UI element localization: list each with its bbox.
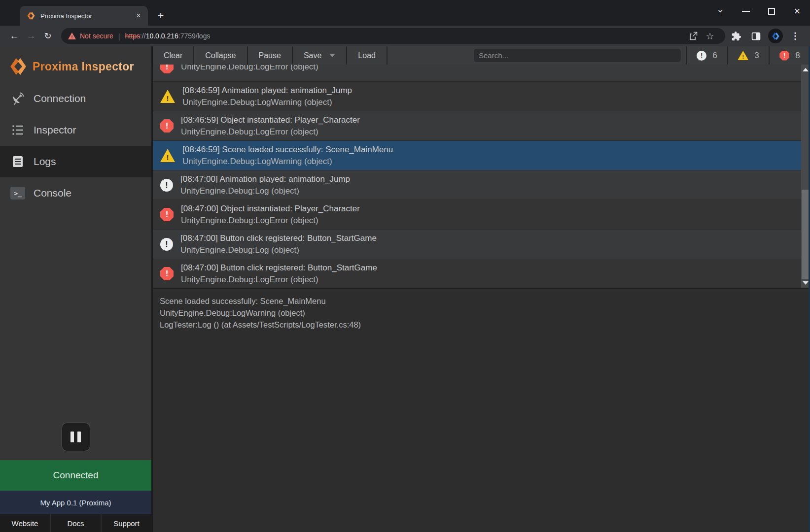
sidebar-label-connection: Connection — [34, 93, 86, 104]
url-host: 10.0.0.216 — [146, 32, 178, 40]
log-row[interactable]: [08:46:59] Animation played: animation_J… — [153, 82, 810, 111]
error-icon — [160, 208, 174, 221]
log-detail-pane: Scene loaded successfully: Scene_MainMen… — [153, 289, 810, 337]
pause-button[interactable]: Pause — [248, 46, 293, 65]
load-button[interactable]: Load — [347, 46, 387, 65]
sidebar-item-connection[interactable]: Connection — [0, 83, 151, 114]
log-title: [08:47:00] Animation played: animation_J… — [180, 173, 350, 185]
side-panel-icon[interactable] — [747, 27, 765, 45]
sidebar: Proxima Inspector Connection — [0, 46, 153, 532]
terminal-icon: >_ — [10, 185, 26, 201]
log-stack: UnityEngine.Debug:LogError (object) — [181, 126, 360, 138]
log-row[interactable]: [08:46:59] Object instantiated: Player_C… — [153, 111, 810, 141]
url-divider: | — [118, 32, 120, 40]
log-row[interactable]: UnityEngine.Debug:LogError (object) — [153, 65, 810, 82]
collapse-label: Collapse — [205, 51, 236, 60]
save-label: Save — [304, 51, 321, 60]
log-title: [08:47:00] Button click registered: Butt… — [180, 233, 377, 244]
log-stack: UnityEngine.Debug:LogWarning (object) — [182, 97, 352, 108]
url-field[interactable]: Not secure | https://10.0.0.216:7759/log… — [61, 28, 725, 44]
browser-menu-icon[interactable] — [786, 27, 804, 45]
pause-stream-button[interactable] — [62, 423, 90, 451]
forward-icon[interactable] — [23, 28, 39, 44]
tab-search-chevron-icon[interactable] — [707, 0, 733, 23]
sidebar-label-logs: Logs — [34, 156, 56, 167]
log-row[interactable]: [08:47:00] Button click registered: Butt… — [153, 230, 810, 259]
warning-icon — [160, 149, 175, 162]
website-link[interactable]: Website — [0, 514, 50, 532]
logs-toolbar: Clear Collapse Pause Save Load — [153, 46, 810, 65]
profile-avatar[interactable] — [767, 27, 784, 45]
clear-button[interactable]: Clear — [153, 46, 194, 65]
info-count-filter[interactable]: 6 — [686, 46, 727, 65]
error-icon — [160, 65, 174, 73]
sidebar-item-inspector[interactable]: Inspector — [0, 114, 151, 146]
pause-label: Pause — [259, 51, 281, 60]
window-close-button[interactable] — [784, 0, 810, 23]
error-count: 8 — [795, 51, 800, 61]
save-button[interactable]: Save — [293, 46, 347, 65]
log-row[interactable]: [08:47:00] Animation played: animation_J… — [153, 170, 810, 200]
proxima-logo-icon — [9, 57, 28, 76]
search-input[interactable] — [474, 49, 681, 62]
info-icon — [160, 179, 173, 192]
log-title: [08:47:00] Button click registered: Butt… — [181, 262, 377, 274]
log-stack: UnityEngine.Debug:Log (object) — [180, 185, 350, 197]
docs-link[interactable]: Docs — [50, 514, 101, 532]
reload-icon[interactable] — [39, 28, 56, 44]
log-row[interactable]: [08:47:00] Object instantiated: Player_C… — [153, 200, 810, 230]
app-title: Proxima Inspector — [33, 60, 134, 73]
new-tab-button[interactable] — [154, 9, 168, 23]
tab-close-icon[interactable] — [134, 11, 143, 20]
log-stack: UnityEngine.Debug:LogError (object) — [181, 274, 377, 286]
url-text: https://10.0.0.216:7759/logs — [125, 32, 211, 40]
detail-line: UnityEngine.Debug:LogWarning (object) — [160, 307, 803, 319]
log-stack: UnityEngine.Debug:LogError (object) — [181, 215, 360, 227]
log-row-selected[interactable]: [08:46:59] Scene loaded successfully: Sc… — [153, 141, 810, 170]
share-icon[interactable] — [685, 29, 702, 43]
url-scheme: https — [125, 32, 140, 40]
security-label[interactable]: Not secure — [80, 32, 113, 40]
log-row[interactable]: [08:47:00] Button click registered: Butt… — [153, 259, 810, 289]
save-dropdown-caret-icon[interactable] — [329, 54, 335, 57]
error-count-filter[interactable]: 8 — [769, 46, 810, 65]
url-path: :7759/logs — [178, 32, 211, 40]
warning-count-filter[interactable]: 3 — [727, 46, 769, 65]
minimize-button[interactable] — [733, 0, 759, 23]
sidebar-label-console: Console — [34, 187, 71, 199]
log-title: [08:46:59] Animation played: animation_J… — [182, 85, 352, 97]
log-stack: UnityEngine.Debug:LogWarning (object) — [182, 156, 393, 167]
tab-title: Proxima Inspector — [40, 12, 134, 20]
document-icon — [10, 154, 26, 169]
logs-page: Clear Collapse Pause Save Load — [153, 46, 810, 532]
app-logo: Proxima Inspector — [0, 50, 151, 83]
collapse-button[interactable]: Collapse — [194, 46, 247, 65]
url-sep: :// — [140, 32, 146, 40]
sidebar-item-logs[interactable]: Logs — [0, 146, 151, 177]
log-stack: UnityEngine.Debug:LogError (object) — [181, 65, 318, 73]
log-list: UnityEngine.Debug:LogError (object) [08:… — [153, 65, 810, 289]
error-icon — [160, 267, 174, 280]
warning-icon — [160, 90, 175, 103]
list-icon — [10, 122, 26, 138]
app-info-bar: My App 0.1 (Proxima) — [0, 491, 151, 514]
extensions-puzzle-icon[interactable] — [727, 27, 745, 45]
maximize-button[interactable] — [759, 0, 784, 23]
sidebar-item-console[interactable]: >_ Console — [0, 177, 151, 209]
not-secure-warning-icon — [68, 33, 76, 39]
proxima-favicon — [27, 11, 35, 20]
support-link[interactable]: Support — [101, 514, 151, 532]
back-icon[interactable] — [6, 28, 23, 44]
error-icon — [160, 119, 174, 133]
browser-tab-bar: Proxima Inspector — [0, 0, 810, 26]
browser-tab[interactable]: Proxima Inspector — [20, 6, 148, 26]
info-icon — [697, 51, 706, 61]
info-icon — [160, 238, 173, 251]
bookmark-star-icon[interactable] — [702, 29, 718, 43]
log-stack: UnityEngine.Debug:Log (object) — [180, 244, 377, 256]
load-label: Load — [358, 51, 376, 60]
error-icon — [779, 51, 789, 61]
sidebar-footer: Website Docs Support — [0, 514, 151, 532]
warning-count: 3 — [754, 51, 759, 61]
detail-line: LogTester:Log () (at Assets/TestScripts/… — [160, 319, 803, 331]
